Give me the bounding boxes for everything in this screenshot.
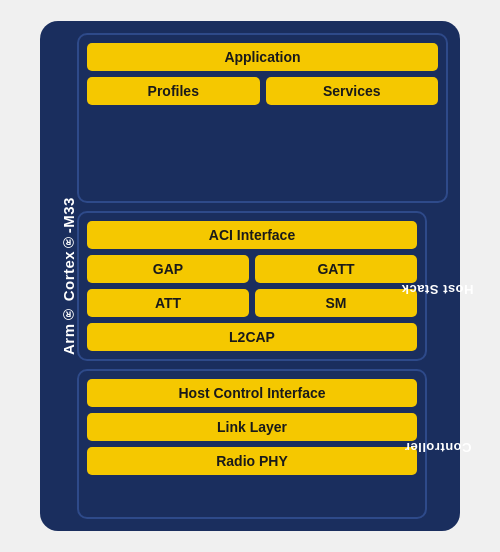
application-section: Application Profiles Services — [77, 33, 448, 203]
profiles-box: Profiles — [87, 77, 260, 105]
hci-box: Host Control Interface — [87, 379, 417, 407]
host-stack-section: ACI Interface GAP GATT ATT SM L2CAP Host… — [77, 211, 448, 361]
application-box: Application — [87, 43, 438, 71]
services-box: Services — [266, 77, 439, 105]
gap-box: GAP — [87, 255, 249, 283]
aci-interface-box: ACI Interface — [87, 221, 417, 249]
host-stack-label: Host Stack — [363, 276, 501, 297]
controller-section: Host Control Interface Link Layer Radio … — [77, 369, 448, 519]
l2cap-box: L2CAP — [87, 323, 417, 351]
main-content: Application Profiles Services ACI Interf… — [77, 33, 448, 519]
outer-label: Arm® Cortex®-M33 — [52, 33, 77, 519]
att-box: ATT — [87, 289, 249, 317]
profiles-services-row: Profiles Services — [87, 77, 438, 105]
diagram-container: Arm® Cortex®-M33 Application Profiles Se… — [40, 21, 460, 531]
controller-label: Controller — [363, 434, 501, 455]
